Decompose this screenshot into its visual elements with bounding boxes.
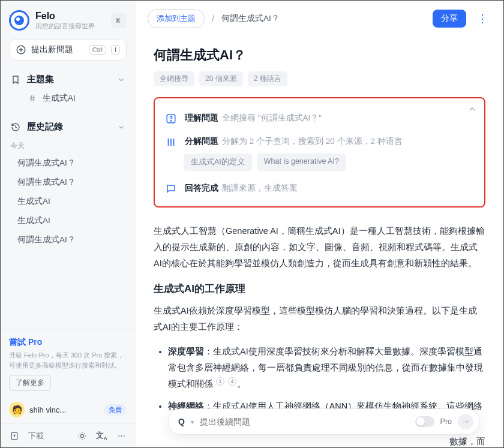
- search-icon[interactable]: Q: [178, 417, 185, 426]
- meta-tag[interactable]: 全網搜尋: [154, 71, 194, 86]
- pro-desc: 升級 Felo Pro，每天 300 次 Pro 搜索，可使用更多高級模型進行搜…: [9, 350, 127, 370]
- step1-name: 理解問題: [185, 113, 218, 122]
- topics-label: 主題集: [27, 74, 111, 85]
- decompose-icon: [166, 137, 178, 148]
- answer-intro: 生成式人工智慧（Generative AI，簡稱生成式AI）是一種人工智慧技術，…: [154, 223, 485, 271]
- brand[interactable]: Felo 用您的語言搜尋世界: [9, 10, 95, 31]
- avatar: 🧑: [9, 402, 25, 417]
- history-label: 歷史記錄: [27, 121, 111, 133]
- pro-toggle[interactable]: [415, 416, 434, 427]
- question-title: 何謂生成式AI？: [154, 46, 485, 64]
- answer-icon: [166, 184, 178, 194]
- chevron-up-icon[interactable]: [467, 104, 477, 114]
- answer-li1: 深度學習：生成式AI使用深度學習技術來分析和解釋大量數據。深度學習模型通常包含多…: [168, 344, 485, 392]
- meta-tag[interactable]: 20 個來源: [199, 71, 243, 86]
- pro-promo: 嘗試 Pro 升級 Felo Pro，每天 300 次 Pro 搜索，可使用更多…: [1, 329, 135, 396]
- download-icon[interactable]: [9, 431, 20, 441]
- subquery-chip[interactable]: What is generative AI?: [257, 154, 346, 171]
- answer-tail: 數據，而: [154, 434, 485, 447]
- shortcut-ctrl: Ctrl: [89, 45, 106, 55]
- step3-name: 回答完成: [185, 184, 218, 193]
- topic-item[interactable]: 生成式AI: [9, 89, 127, 108]
- answer-h2: 生成式AI的工作原理: [154, 282, 485, 296]
- history-item[interactable]: 何謂生成式AI？: [9, 154, 127, 173]
- new-question-label: 提出新問題: [31, 44, 84, 55]
- sidebar: Felo 用您的語言搜尋世界 提出新問題 Ctrl I 主題集: [1, 1, 136, 447]
- history-item[interactable]: 何謂生成式AI？: [9, 230, 127, 249]
- bookmark-icon: [10, 74, 21, 85]
- step3-desc: 翻譯來源，生成答案: [222, 184, 298, 193]
- svg-point-2: [80, 434, 83, 437]
- plus-circle-icon: [16, 44, 26, 55]
- hash-icon: [27, 93, 38, 104]
- brand-name: Felo: [35, 11, 95, 22]
- brand-tagline: 用您的語言搜尋世界: [35, 22, 95, 31]
- history-header[interactable]: 歷史記錄: [9, 118, 127, 136]
- breadcrumb-separator: /: [212, 14, 214, 23]
- topic-item-label: 生成式AI: [43, 93, 76, 104]
- question-icon: [166, 113, 178, 124]
- logo-icon: [9, 10, 29, 31]
- subquery-chip[interactable]: 生成式AI的定义: [184, 154, 252, 171]
- chevron-down-icon: [117, 76, 125, 84]
- history-icon: [10, 122, 21, 133]
- step2-desc: 分解为 2 个子查询，搜索到 20 个来源，2 种语言: [222, 137, 403, 146]
- svg-point-4: [170, 121, 171, 121]
- history-item[interactable]: 何謂生成式AI？: [9, 173, 127, 192]
- new-question-button[interactable]: 提出新問題 Ctrl I: [9, 39, 127, 61]
- topbar-more-button[interactable]: ⋮: [473, 12, 491, 25]
- submit-button[interactable]: →: [458, 414, 473, 429]
- history-item[interactable]: 生成式AI: [9, 192, 127, 211]
- main: 添加到主題 / 何謂生成式AI？ 分享 ⋮ 何謂生成式AI？ 全網搜尋 20 個…: [136, 1, 503, 447]
- topbar: 添加到主題 / 何謂生成式AI？ 分享 ⋮: [136, 1, 503, 35]
- user-name: shih vinc...: [29, 405, 99, 414]
- add-to-topic-button[interactable]: 添加到主題: [148, 9, 205, 28]
- citation[interactable]: 1: [216, 377, 224, 386]
- reasoning-steps: 理解問題全網搜尋 "何謂生成式AI？" 分解問題分解为 2 个子查询，搜索到 2…: [154, 97, 485, 208]
- chevron-down-icon: [117, 123, 125, 131]
- download-label[interactable]: 下載: [28, 431, 44, 441]
- followup-bar: Q ▾ Pro →: [168, 408, 480, 435]
- plan-badge: 免費: [104, 404, 127, 416]
- chevron-down-icon[interactable]: ▾: [191, 419, 194, 425]
- theme-icon[interactable]: [77, 431, 88, 441]
- followup-input[interactable]: [200, 417, 409, 426]
- meta-tag[interactable]: 2 種語言: [248, 71, 287, 86]
- answer-p2: 生成式AI依賴於深度學習模型，這些模型模仿人腦的學習和決策過程。以下是生成式AI…: [154, 303, 485, 335]
- pro-learn-more-button[interactable]: 了解更多: [9, 375, 51, 391]
- pro-title: 嘗試 Pro: [9, 337, 127, 348]
- user-row[interactable]: 🧑 shih vinc... 免費: [1, 396, 135, 423]
- collapse-sidebar-button[interactable]: [111, 13, 127, 28]
- content: 何謂生成式AI？ 全網搜尋 20 個來源 2 種語言 理解問題全網搜尋 "何謂生…: [136, 35, 503, 447]
- step1-desc: 全網搜尋 "何謂生成式AI？": [222, 113, 322, 122]
- shortcut-i: I: [111, 45, 120, 55]
- share-button[interactable]: 分享: [433, 10, 466, 28]
- pro-toggle-label: Pro: [440, 417, 452, 426]
- topics-header[interactable]: 主題集: [9, 70, 127, 89]
- breadcrumb: 何謂生成式AI？: [221, 13, 280, 24]
- language-icon[interactable]: 文A: [96, 430, 108, 441]
- history-item[interactable]: 生成式AI: [9, 211, 127, 230]
- step2-name: 分解問題: [185, 137, 218, 146]
- more-icon[interactable]: ⋯: [116, 431, 127, 441]
- citation[interactable]: 4: [228, 377, 236, 386]
- history-today-label: 今天: [9, 136, 127, 154]
